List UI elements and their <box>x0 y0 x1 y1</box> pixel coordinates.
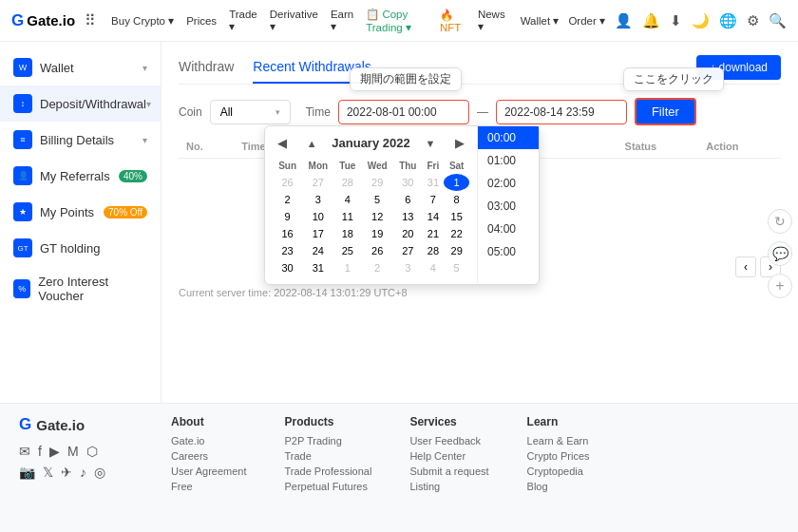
nav-earn[interactable]: Earn ▾ <box>325 6 359 36</box>
cal-day[interactable]: 27 <box>393 242 422 259</box>
twitter-icon[interactable]: 𝕏 <box>43 465 53 480</box>
cal-day[interactable]: 16 <box>273 225 302 242</box>
download-icon[interactable]: ⬇ <box>670 12 682 29</box>
nav-derivative[interactable]: Derivative ▾ <box>264 6 324 36</box>
search-icon[interactable]: 🔍 <box>769 12 787 29</box>
time-end-input[interactable] <box>496 100 627 124</box>
cal-day[interactable]: 6 <box>393 191 422 208</box>
time-list-item[interactable]: 03:00 <box>478 195 539 218</box>
nav-order[interactable]: Order ▾ <box>568 14 605 28</box>
sidebar-item-referrals[interactable]: 👤 My Referrals 40% <box>0 158 161 194</box>
nav-buy-crypto[interactable]: Buy Crypto ▾ <box>105 11 180 30</box>
cal-day[interactable]: 4 <box>334 191 362 208</box>
sidebar-item-gt[interactable]: GT GT holding <box>0 230 161 266</box>
cal-day[interactable]: 27 <box>302 174 333 191</box>
footer-link-submit[interactable]: Submit a request <box>409 466 488 477</box>
cal-day[interactable]: 24 <box>302 242 333 259</box>
cal-day[interactable]: 31 <box>423 174 445 191</box>
sidebar-item-billing[interactable]: ≡ Billing Details ▾ <box>0 122 161 158</box>
refresh-icon[interactable]: ↻ <box>768 209 792 234</box>
moon-icon[interactable]: 🌙 <box>692 12 710 29</box>
cal-day[interactable]: 26 <box>361 242 393 259</box>
globe-icon[interactable]: 🌐 <box>719 12 737 29</box>
plus-icon[interactable]: + <box>768 274 792 298</box>
footer-link-perpetual[interactable]: Perpetual Futures <box>284 481 371 492</box>
cal-day[interactable]: 17 <box>302 225 333 242</box>
cal-day[interactable]: 19 <box>361 225 393 242</box>
settings-icon[interactable]: ⚙ <box>747 12 759 29</box>
facebook-icon[interactable]: f <box>38 444 42 459</box>
time-list-item[interactable]: 05:00 <box>478 240 539 263</box>
cal-day[interactable]: 12 <box>361 208 393 225</box>
medium-icon[interactable]: M <box>67 444 79 459</box>
cal-day[interactable]: 7 <box>423 191 445 208</box>
cal-day[interactable]: 9 <box>273 208 302 225</box>
user-icon[interactable]: 👤 <box>615 12 633 29</box>
cal-prev-icon[interactable]: ◀ <box>273 134 292 152</box>
cal-day[interactable]: 11 <box>334 208 362 225</box>
filter-button[interactable]: Filter <box>635 98 696 125</box>
cal-day[interactable]: 28 <box>423 242 445 259</box>
footer-link-user-agreement[interactable]: User Agreement <box>171 466 246 477</box>
cal-day[interactable]: 1 <box>444 174 469 191</box>
nav-copy-trading[interactable]: 📋 Copy Trading ▾ <box>360 5 433 37</box>
discord-icon[interactable]: ⬡ <box>86 444 98 459</box>
cal-nav-up-icon[interactable]: ▲ <box>303 136 321 151</box>
reddit-icon[interactable]: ◎ <box>94 465 105 480</box>
tiktok-icon[interactable]: ♪ <box>80 465 86 480</box>
footer-link-p2p[interactable]: P2P Trading <box>284 435 371 446</box>
footer-link-trade[interactable]: Trade <box>284 450 371 462</box>
cal-next-icon[interactable]: ▶ <box>450 134 469 152</box>
grid-icon[interactable]: ⠿ <box>85 11 96 29</box>
cal-day[interactable]: 22 <box>444 225 469 242</box>
email-icon[interactable]: ✉ <box>19 444 30 459</box>
bell-icon[interactable]: 🔔 <box>642 12 660 29</box>
footer-link-free[interactable]: Free <box>171 481 246 492</box>
cal-day[interactable]: 30 <box>393 174 422 191</box>
footer-link-learn-earn[interactable]: Learn & Earn <box>527 435 590 446</box>
cal-day[interactable]: 29 <box>361 174 393 191</box>
sidebar-item-deposit[interactable]: ↕ Deposit/Withdrawal ▾ <box>0 86 161 122</box>
footer-link-gateio[interactable]: Gate.io <box>171 435 246 446</box>
footer-link-listing[interactable]: Listing <box>409 481 488 492</box>
footer-link-trade-pro[interactable]: Trade Professional <box>284 466 371 477</box>
cal-day[interactable]: 28 <box>334 174 362 191</box>
cal-nav-down-icon[interactable]: ▼ <box>421 136 439 151</box>
sidebar-item-points[interactable]: ★ My Points 70% Off <box>0 194 161 230</box>
cal-day[interactable]: 31 <box>302 259 333 276</box>
sidebar-item-voucher[interactable]: % Zero Interest Voucher <box>0 266 161 312</box>
cal-day[interactable]: 1 <box>334 259 362 276</box>
cal-day[interactable]: 30 <box>273 259 302 276</box>
cal-day[interactable]: 23 <box>273 242 302 259</box>
cal-day[interactable]: 3 <box>393 259 422 276</box>
telegram-icon[interactable]: ✈ <box>61 465 72 480</box>
footer-logo[interactable]: G Gate.io <box>19 415 133 434</box>
cal-day[interactable]: 20 <box>393 225 422 242</box>
cal-day[interactable]: 2 <box>273 191 302 208</box>
chat-icon[interactable]: 💬 <box>768 241 792 266</box>
footer-link-careers[interactable]: Careers <box>171 450 246 462</box>
instagram-icon[interactable]: 📷 <box>19 465 35 480</box>
cal-day[interactable]: 5 <box>361 191 393 208</box>
cal-day[interactable]: 4 <box>423 259 445 276</box>
nav-news[interactable]: News ▾ <box>472 6 511 36</box>
sidebar-item-wallet[interactable]: W Wallet ▾ <box>0 49 161 86</box>
time-start-input[interactable] <box>338 100 469 124</box>
footer-link-crypto-prices[interactable]: Crypto Prices <box>527 450 590 462</box>
cal-day[interactable]: 13 <box>393 208 422 225</box>
time-list-item[interactable]: 04:00 <box>478 218 539 240</box>
time-list-item[interactable]: 01:00 <box>478 149 539 172</box>
cal-day[interactable]: 2 <box>361 259 393 276</box>
cal-day[interactable]: 5 <box>444 259 469 276</box>
page-prev-btn[interactable]: ‹ <box>735 256 756 277</box>
cal-day[interactable]: 10 <box>302 208 333 225</box>
footer-link-feedback[interactable]: User Feedback <box>409 435 488 446</box>
cal-day[interactable]: 3 <box>302 191 333 208</box>
cal-day[interactable]: 21 <box>423 225 445 242</box>
nav-trade[interactable]: Trade ▾ <box>223 6 263 36</box>
logo[interactable]: G Gate.io <box>11 11 75 30</box>
cal-day[interactable]: 8 <box>444 191 469 208</box>
nav-nft[interactable]: 🔥 NFT <box>434 6 471 36</box>
time-list-item[interactable]: 02:00 <box>478 172 539 195</box>
coin-select[interactable]: All ▾ <box>210 100 291 124</box>
